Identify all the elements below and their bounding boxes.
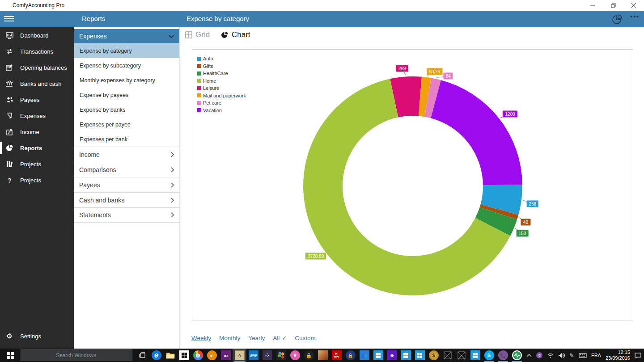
group-statements[interactable]: Statements [74,207,179,223]
group-comparisons[interactable]: Comparisons [74,162,179,177]
link-weekly[interactable]: Weekly [191,335,211,341]
title-bar: ComfyAccounting Pro [0,0,644,11]
taskbar-icon-viber[interactable]: 📞 [496,349,510,362]
action-center-icon[interactable] [635,352,641,358]
taskbar-icon-windows-tile-3[interactable] [413,349,427,362]
sidebar-item-settings[interactable]: ⚙ Settings [0,328,74,344]
tray-expand-chevron-icon[interactable] [526,354,532,357]
pen-icon[interactable]: ✎ [569,352,574,359]
report-item-expense-by-subcategory[interactable]: Expense by subcategory [74,58,179,73]
books-icon [5,160,13,168]
group-cash-and-banks[interactable]: Cash and banks [74,192,179,207]
sidebar-item-projects[interactable]: Projects [0,156,74,172]
sidebar-item-reports[interactable]: Reports [0,140,74,156]
link-yearly[interactable]: Yearly [248,335,265,341]
keyboard-icon[interactable] [579,353,587,358]
report-label: Expenses per payee [80,122,131,128]
group-expenses-header[interactable]: Expenses [74,29,179,43]
taskbar-icon-people-app[interactable]: 👥 [357,349,371,362]
group-label: Income [79,151,100,158]
sidebar-item-dashboard[interactable]: Dashboard [0,27,74,43]
chart-legend: Auto Gifts HealthCare Home Leisure Mail … [197,55,246,114]
question-icon: ? [5,176,13,184]
hamburger-menu-icon[interactable] [4,15,14,23]
close-button[interactable] [623,0,644,11]
taskbar-search-input[interactable]: Search Windows [21,349,132,361]
volume-icon[interactable] [558,353,565,358]
taskbar-icon-file-explorer[interactable] [163,349,177,362]
group-payees[interactable]: Payees [74,177,179,192]
taskbar-icon-windows-tile-1[interactable] [371,349,385,362]
sidebar-item-help[interactable]: ? Projects [0,172,74,188]
sidebar-item-opening-balances[interactable]: Opening balances [0,59,74,76]
report-item-expense-by-category[interactable]: Expense by category [74,43,179,58]
taskbar-icon-youtube-mp3[interactable]: ▶MP3 [330,349,343,362]
taskbar-icon-dark-app[interactable]: ⁘ [260,349,274,362]
transactions-icon [5,47,13,55]
navigation-sidebar: Dashboard Transactions Opening balances … [0,27,74,349]
taskbar-icon-edge[interactable]: e [149,349,163,362]
tab-grid[interactable]: Grid [185,30,210,39]
task-view-icon[interactable] [136,349,149,362]
taskbar-icon-color-tiles-app[interactable] [274,349,288,362]
windows-logo-icon [7,352,14,359]
tab-chart[interactable]: Chart [221,30,250,39]
link-all[interactable]: All [273,335,280,341]
legend-item: HealthCare [197,70,246,77]
gear-icon: ⚙ [5,332,13,340]
sidebar-item-label: Dashboard [20,32,49,39]
legend-swatch [197,108,201,112]
restore-button[interactable] [603,0,623,11]
sidebar-item-banks-and-cash[interactable]: Banks and cash [0,76,74,92]
sidebar-item-expenses[interactable]: Expenses [0,108,74,124]
taskbar-icon-waveform-app[interactable] [510,349,524,362]
slice-value-label: 3720.89 [305,253,326,259]
taskbar-icon-uwp-app[interactable]: UWP [246,349,260,362]
start-button[interactable] [0,349,21,362]
taskbar-icon-broken-app-1[interactable] [441,349,454,362]
sidebar-item-label: Transactions [20,48,53,55]
link-monthly[interactable]: Monthly [219,335,240,341]
minimize-button[interactable] [582,0,603,11]
report-item-expense-by-payees[interactable]: Expense by payees [74,88,179,102]
slice-value-label: 80.25 [427,68,442,75]
report-item-expenses-per-bank[interactable]: Expenses per bank [74,132,179,147]
taskbar-icon-broken-app-2[interactable] [454,349,468,362]
legend-item: Home [197,77,246,85]
report-label: Expense by banks [80,107,125,113]
bank-icon [5,80,13,88]
taskbar-icon-emoji-app[interactable]: ☻ [385,349,399,362]
pie-chart-icon[interactable] [612,14,623,25]
taskbar-icon-visual-studio[interactable]: ∞ [219,349,233,362]
sidebar-item-payees[interactable]: Payees [0,92,74,108]
taskbar-icon-comfyaccounting[interactable]: A [233,349,246,362]
taskbar-icon-windows-tile-2[interactable] [399,349,413,362]
language-indicator[interactable]: FRA [591,353,601,358]
sidebar-item-label: Income [20,129,39,135]
taskbar-icon-coin-app[interactable]: $ [427,349,441,362]
donut-slice-vacation[interactable] [431,80,522,185]
report-item-expenses-per-payee[interactable]: Expenses per payee [74,117,179,132]
taskbar-icon-orange-app[interactable]: 🔒 [302,349,316,362]
taskbar-icon-pink-app[interactable]: ❀ [288,349,302,362]
taskbar-clock[interactable]: 12:15 23/09/2016 [606,349,630,361]
chevron-right-icon [171,198,174,203]
reports-panel: Expenses Expense by category Expense by … [74,27,180,349]
sidebar-item-income[interactable]: Income [0,124,74,140]
tray-viber-icon[interactable]: ✆ [536,352,542,358]
network-icon[interactable] [547,353,554,358]
taskbar-icon-skype[interactable]: S [482,349,496,362]
more-options-icon[interactable]: ••• [630,13,640,20]
date: 23/09/2016 [606,355,630,361]
group-income[interactable]: Income [74,147,179,162]
sidebar-item-transactions[interactable]: Transactions [0,43,74,59]
taskbar-icon-windows-tile-4[interactable] [468,349,482,362]
taskbar-icon-password-lock[interactable]: 🔒 [343,349,357,362]
report-item-expense-by-banks[interactable]: Expense by banks [74,102,179,117]
link-custom[interactable]: Custom [295,335,316,341]
taskbar-icon-chrome[interactable] [191,349,205,362]
report-item-monthly-expenses-by-category[interactable]: Monthly expenses by category [74,73,179,88]
taskbar-icon-photos[interactable] [316,349,330,362]
taskbar-icon-media-player[interactable]: ▸ [205,349,219,362]
taskbar-icon-windows-store[interactable] [177,349,191,362]
